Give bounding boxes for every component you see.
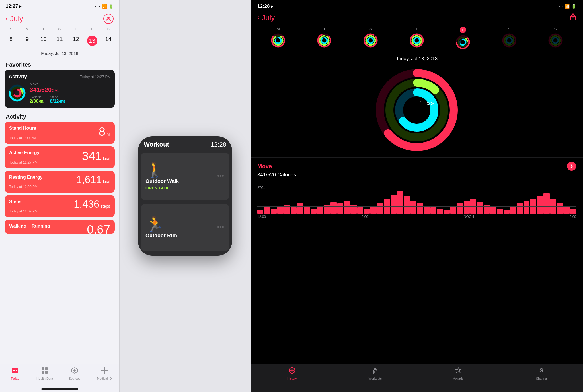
- week-day-tue[interactable]: T: [301, 27, 347, 49]
- chart-bar-27: [437, 209, 443, 214]
- chart-bar-36: [497, 209, 503, 214]
- calendar-header: ‹ July: [0, 11, 119, 25]
- cal-date-10[interactable]: 10: [35, 34, 52, 48]
- watch-app-title: Workout: [144, 141, 169, 148]
- metric-card-steps[interactable]: Steps Today at 12:09 PM 1,436 steps: [5, 195, 115, 217]
- tab-health-data[interactable]: Health Data: [30, 367, 60, 380]
- profile-icon[interactable]: [103, 14, 114, 24]
- week-day-sat[interactable]: S: [486, 27, 532, 49]
- day-t2: T: [68, 26, 84, 32]
- week-day-mon[interactable]: M: [255, 27, 301, 49]
- tab-medical-id[interactable]: Medical ID: [89, 367, 119, 380]
- right-tab-history-label: History: [287, 377, 297, 380]
- svg-point-63: [506, 38, 512, 43]
- day-m: M: [19, 26, 35, 32]
- wifi-icon: 📶: [102, 4, 107, 9]
- right-tab-awards[interactable]: Awards: [417, 367, 500, 380]
- cal-date-12[interactable]: 12: [68, 34, 84, 48]
- right-back-arrow-icon[interactable]: ‹: [257, 14, 259, 21]
- move-label: Move: [30, 82, 65, 86]
- cal-date-9[interactable]: 9: [19, 34, 35, 48]
- left-panel: 12:27 ▶ ···· 📶 🔋 ‹ July S M T W T F S: [0, 0, 120, 392]
- chart-bar-20: [391, 195, 397, 214]
- week-day-wed[interactable]: W: [348, 27, 394, 49]
- workout-item-run[interactable]: 🏃 Outdoor Run: [141, 204, 229, 251]
- chart-bar-3: [277, 206, 283, 214]
- chart-bar-23: [410, 201, 416, 214]
- move-arrow-button[interactable]: [567, 162, 576, 171]
- metric-card-active-energy[interactable]: Active Energy Today at 12:27 PM 341 kcal: [5, 146, 115, 168]
- day-s1: S: [3, 26, 19, 32]
- workout-item-walk[interactable]: 🚶 Outdoor Walk OPEN GOAL: [141, 153, 229, 200]
- move-calories-text: 341/520 Calories: [257, 172, 576, 178]
- svg-point-22: [101, 370, 102, 371]
- tab-sources[interactable]: Sources: [60, 367, 90, 380]
- right-wifi-icon: 📶: [565, 4, 570, 9]
- right-status-bar: 12:28 ▶ ···· 📶 🔋: [251, 0, 583, 11]
- chart-bar-24: [417, 203, 423, 214]
- calendar-month-nav[interactable]: ‹ July: [6, 15, 23, 23]
- right-tab-sharing-label: Sharing: [536, 377, 547, 380]
- walk-workout-name: Outdoor Walk: [145, 178, 179, 184]
- chart-bar-9: [317, 207, 323, 214]
- chart-bar-13: [344, 201, 350, 214]
- sources-tab-icon: [71, 367, 78, 376]
- metric-card-walking-running[interactable]: Walking + Running 0.67: [5, 220, 115, 234]
- day-t1: T: [35, 26, 52, 32]
- chart-bar-26: [430, 207, 436, 214]
- today-label: Today, Jul 13, 2018: [251, 52, 583, 65]
- week-day-sun[interactable]: S: [532, 27, 578, 49]
- share-icon[interactable]: [570, 13, 576, 22]
- left-status-icons: ···· 📶 🔋: [95, 4, 114, 9]
- metric-card-stand-hours[interactable]: Stand Hours Today at 1:00 PM 8 hr: [5, 122, 115, 144]
- chart-bar-43: [543, 193, 549, 214]
- svg-point-25: [220, 175, 221, 177]
- cal-date-13[interactable]: 13: [84, 34, 100, 48]
- move-value: 341/520CAL: [30, 86, 59, 93]
- walk-more-icon[interactable]: [217, 172, 225, 181]
- activity-card-time: Today at 12:27 PM: [80, 75, 111, 79]
- right-tab-sharing[interactable]: S Sharing: [500, 367, 583, 380]
- svg-rect-11: [16, 370, 17, 371]
- chart-bar-7: [304, 206, 310, 214]
- svg-point-16: [73, 369, 76, 372]
- week-day-fri-today[interactable]: F: [440, 27, 486, 49]
- svg-point-23: [107, 370, 108, 371]
- exercise-stat: Exercise 2/30MIN: [30, 95, 44, 104]
- svg-text:↑: ↑: [419, 99, 421, 104]
- back-arrow-icon[interactable]: ‹: [6, 15, 8, 22]
- stand-stat: Stand 8/12HRS: [50, 95, 65, 104]
- chart-bar-33: [477, 202, 483, 214]
- chart-bar-15: [357, 207, 363, 214]
- right-tab-workouts[interactable]: Workouts: [334, 367, 417, 380]
- tab-today[interactable]: Today: [0, 367, 30, 380]
- walk-figure-icon: 🚶: [145, 162, 179, 177]
- svg-rect-13: [45, 367, 48, 370]
- week-day-thu[interactable]: T: [394, 27, 440, 49]
- svg-point-0: [107, 17, 110, 19]
- right-month-nav[interactable]: ‹ July: [257, 13, 275, 22]
- bars-area: [257, 191, 576, 214]
- svg-marker-81: [456, 368, 461, 373]
- run-more-icon[interactable]: [217, 223, 225, 232]
- chart-bar-22: [404, 196, 410, 214]
- activity-card[interactable]: Activity Today at 12:27 PM: [5, 70, 115, 108]
- cal-date-8[interactable]: 8: [3, 34, 19, 48]
- tab-today-label: Today: [11, 377, 19, 380]
- exercise-stand-stats: Exercise 2/30MIN Stand 8/12HRS: [30, 95, 65, 104]
- chart-bar-5: [291, 207, 297, 214]
- cal-date-14[interactable]: 14: [100, 34, 116, 48]
- awards-tab-icon: [455, 367, 462, 376]
- chart-grid-line-top: [257, 195, 576, 195]
- svg-rect-10: [14, 370, 15, 371]
- middle-panel: Workout 12:28 🚶 Outdoor Walk OPEN GOAL: [120, 0, 251, 392]
- right-tab-history[interactable]: History: [251, 367, 334, 380]
- month-label: July: [10, 15, 23, 23]
- day-f: F: [84, 26, 100, 32]
- right-tab-bar: History Workouts Awards: [251, 364, 583, 392]
- date-label: Friday, Jul 13, 2018: [0, 49, 119, 59]
- cal-date-11[interactable]: 11: [52, 34, 68, 48]
- chart-bar-18: [377, 203, 383, 214]
- metric-card-resting-energy[interactable]: Resting Energy Today at 12:20 PM 1,611 k…: [5, 171, 115, 193]
- chart-bar-39: [517, 203, 523, 214]
